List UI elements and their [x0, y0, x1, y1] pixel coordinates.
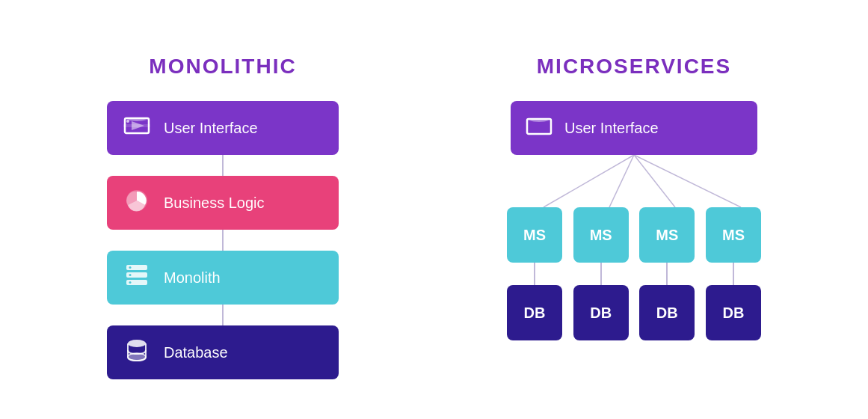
- svg-point-11: [128, 340, 146, 347]
- connector-3: [222, 305, 224, 325]
- mono-db-label: Database: [164, 344, 228, 361]
- sc-line-2: [600, 263, 602, 285]
- micro-ui-label: User Interface: [564, 120, 659, 137]
- svg-point-9: [129, 274, 132, 276]
- db-icon: [122, 337, 152, 369]
- monolithic-section: MONOLITHIC User Interface: [107, 55, 339, 379]
- sc-line-4: [733, 263, 734, 285]
- sc-line-3: [666, 263, 668, 285]
- db-row: DB DB DB DB: [507, 285, 761, 340]
- mono-logic-label: Business Logic: [164, 195, 265, 212]
- db-block-4: DB: [706, 285, 761, 340]
- micro-ui-icon: [526, 116, 552, 141]
- mono-mono-block: Monolith: [107, 251, 339, 305]
- mono-mono-label: Monolith: [164, 269, 221, 287]
- svg-line-16: [634, 155, 675, 207]
- ms-block-3: MS: [639, 207, 695, 263]
- db-block-2: DB: [573, 285, 629, 340]
- ms-block-2: MS: [573, 207, 629, 263]
- svg-point-12: [128, 353, 146, 361]
- fan-connector: [507, 155, 761, 207]
- mono-ui-block: User Interface: [107, 101, 339, 155]
- server-icon: [122, 263, 152, 293]
- svg-rect-3: [123, 124, 150, 127]
- svg-line-14: [544, 155, 634, 207]
- ms-block-4: MS: [706, 207, 761, 263]
- main-container: MONOLITHIC User Interface: [23, 40, 846, 379]
- ms-block-1: MS: [507, 207, 562, 263]
- mono-diagram: User Interface Business Logic: [107, 101, 339, 379]
- svg-line-17: [634, 155, 741, 207]
- ms-label-3: MS: [656, 227, 678, 244]
- ms-row: MS MS MS MS: [507, 207, 761, 263]
- svg-line-15: [609, 155, 634, 207]
- monolithic-title: MONOLITHIC: [149, 55, 296, 79]
- ui-icon: [122, 115, 152, 141]
- db-block-1: DB: [507, 285, 562, 340]
- sc-2: [573, 263, 629, 285]
- ms-label-2: MS: [590, 227, 612, 244]
- micro-diagram: User Interface MS: [507, 101, 761, 340]
- micro-ui-block: User Interface: [511, 101, 757, 155]
- sc-3: [639, 263, 695, 285]
- microservices-title: MICROSERVICES: [537, 55, 731, 79]
- mono-logic-block: Business Logic: [107, 176, 339, 230]
- sc-4: [706, 263, 761, 285]
- ms-label-4: MS: [722, 227, 745, 244]
- short-connectors: [507, 263, 761, 285]
- sc-1: [507, 263, 562, 285]
- db-label-2: DB: [590, 305, 612, 322]
- db-label-3: DB: [656, 305, 678, 322]
- svg-point-10: [129, 281, 132, 284]
- svg-point-8: [129, 266, 132, 269]
- ms-label-1: MS: [523, 227, 546, 244]
- mono-db-block: Database: [107, 325, 339, 379]
- connector-1: [222, 155, 224, 176]
- db-label-4: DB: [723, 305, 745, 322]
- mono-ui-label: User Interface: [164, 120, 258, 137]
- microservices-section: MICROSERVICES User Interface: [507, 55, 761, 340]
- connector-2: [222, 230, 224, 251]
- db-block-3: DB: [639, 285, 695, 340]
- sc-line-1: [534, 263, 535, 285]
- db-label-1: DB: [524, 305, 546, 322]
- logic-icon: [122, 187, 152, 219]
